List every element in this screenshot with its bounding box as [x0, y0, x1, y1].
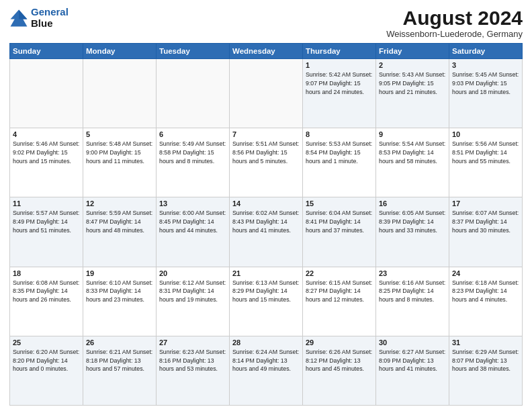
calendar-cell: 31Sunrise: 6:29 AM Sunset: 8:07 PM Dayli… [449, 336, 523, 405]
subtitle: Weissenborn-Luederode, Germany [386, 29, 523, 39]
day-info: Sunrise: 5:48 AM Sunset: 9:00 PM Dayligh… [86, 140, 153, 165]
calendar-cell: 5Sunrise: 5:48 AM Sunset: 9:00 PM Daylig… [83, 128, 157, 197]
calendar-cell: 17Sunrise: 6:07 AM Sunset: 8:37 PM Dayli… [449, 197, 523, 267]
day-info: Sunrise: 6:29 AM Sunset: 8:07 PM Dayligh… [452, 348, 519, 373]
day-number: 7 [232, 130, 300, 138]
day-info: Sunrise: 5:49 AM Sunset: 8:58 PM Dayligh… [159, 140, 226, 165]
calendar-week-5: 25Sunrise: 6:20 AM Sunset: 8:20 PM Dayli… [10, 336, 523, 405]
calendar-week-1: 1Sunrise: 5:42 AM Sunset: 9:07 PM Daylig… [10, 59, 523, 128]
day-number: 26 [86, 338, 153, 347]
calendar-table: SundayMondayTuesdayWednesdayThursdayFrid… [9, 43, 523, 406]
day-info: Sunrise: 6:21 AM Sunset: 8:18 PM Dayligh… [86, 348, 153, 373]
calendar-cell: 10Sunrise: 5:56 AM Sunset: 8:51 PM Dayli… [449, 128, 523, 197]
day-number: 30 [379, 338, 446, 347]
calendar-week-2: 4Sunrise: 5:46 AM Sunset: 9:02 PM Daylig… [10, 128, 523, 197]
calendar-cell: 1Sunrise: 5:42 AM Sunset: 9:07 PM Daylig… [303, 59, 376, 128]
calendar-cell: 16Sunrise: 6:05 AM Sunset: 8:39 PM Dayli… [376, 197, 449, 267]
day-info: Sunrise: 6:00 AM Sunset: 8:45 PM Dayligh… [159, 209, 226, 234]
day-number: 20 [159, 269, 226, 277]
calendar-cell: 29Sunrise: 6:26 AM Sunset: 8:12 PM Dayli… [303, 336, 376, 405]
calendar-cell: 28Sunrise: 6:24 AM Sunset: 8:14 PM Dayli… [230, 336, 303, 405]
calendar-cell: 13Sunrise: 6:00 AM Sunset: 8:45 PM Dayli… [157, 197, 230, 267]
day-number: 16 [379, 199, 446, 208]
calendar-header-tuesday: Tuesday [157, 44, 230, 59]
calendar-cell: 8Sunrise: 5:53 AM Sunset: 8:54 PM Daylig… [303, 128, 376, 197]
calendar-header-sunday: Sunday [10, 44, 83, 59]
day-number: 8 [306, 130, 373, 138]
calendar-cell: 19Sunrise: 6:10 AM Sunset: 8:33 PM Dayli… [83, 267, 157, 336]
day-info: Sunrise: 6:10 AM Sunset: 8:33 PM Dayligh… [86, 279, 153, 304]
calendar-cell: 12Sunrise: 5:59 AM Sunset: 8:47 PM Dayli… [83, 197, 157, 267]
day-number: 31 [452, 338, 519, 347]
calendar-cell: 25Sunrise: 6:20 AM Sunset: 8:20 PM Dayli… [10, 336, 83, 405]
day-number: 10 [452, 130, 519, 138]
day-number: 2 [379, 61, 446, 69]
day-number: 19 [86, 269, 153, 277]
calendar-cell: 7Sunrise: 5:51 AM Sunset: 8:56 PM Daylig… [230, 128, 303, 197]
calendar-header-saturday: Saturday [449, 44, 523, 59]
page: General Blue August 2024 Weissenborn-Lue… [0, 0, 532, 411]
day-info: Sunrise: 6:18 AM Sunset: 8:23 PM Dayligh… [452, 279, 519, 304]
calendar-header-row: SundayMondayTuesdayWednesdayThursdayFrid… [10, 44, 523, 59]
day-info: Sunrise: 5:53 AM Sunset: 8:54 PM Dayligh… [306, 140, 373, 165]
calendar-cell: 26Sunrise: 6:21 AM Sunset: 8:18 PM Dayli… [83, 336, 157, 405]
day-number: 14 [232, 199, 300, 208]
logo-text: General Blue [31, 7, 69, 29]
day-info: Sunrise: 6:27 AM Sunset: 8:09 PM Dayligh… [379, 348, 446, 373]
calendar-cell: 2Sunrise: 5:43 AM Sunset: 9:05 PM Daylig… [376, 59, 449, 128]
day-number: 25 [13, 338, 80, 347]
day-info: Sunrise: 5:54 AM Sunset: 8:53 PM Dayligh… [379, 140, 446, 165]
day-info: Sunrise: 5:51 AM Sunset: 8:56 PM Dayligh… [232, 140, 300, 165]
day-info: Sunrise: 6:24 AM Sunset: 8:14 PM Dayligh… [232, 348, 300, 373]
calendar-week-4: 18Sunrise: 6:08 AM Sunset: 8:35 PM Dayli… [10, 267, 523, 336]
day-info: Sunrise: 6:02 AM Sunset: 8:43 PM Dayligh… [232, 209, 300, 234]
day-number: 17 [452, 199, 519, 208]
day-info: Sunrise: 6:07 AM Sunset: 8:37 PM Dayligh… [452, 209, 519, 234]
logo: General Blue [9, 7, 69, 29]
calendar-cell: 23Sunrise: 6:16 AM Sunset: 8:25 PM Dayli… [376, 267, 449, 336]
calendar-cell: 24Sunrise: 6:18 AM Sunset: 8:23 PM Dayli… [449, 267, 523, 336]
calendar-cell: 18Sunrise: 6:08 AM Sunset: 8:35 PM Dayli… [10, 267, 83, 336]
day-info: Sunrise: 6:26 AM Sunset: 8:12 PM Dayligh… [306, 348, 373, 373]
day-number: 18 [13, 269, 80, 277]
calendar-cell [230, 59, 303, 128]
calendar-header-monday: Monday [83, 44, 157, 59]
calendar-cell: 9Sunrise: 5:54 AM Sunset: 8:53 PM Daylig… [376, 128, 449, 197]
calendar-header-thursday: Thursday [303, 44, 376, 59]
svg-marker-1 [19, 9, 27, 19]
day-info: Sunrise: 5:57 AM Sunset: 8:49 PM Dayligh… [13, 209, 80, 234]
calendar-cell [83, 59, 157, 128]
day-number: 11 [13, 199, 80, 208]
day-number: 29 [306, 338, 373, 347]
calendar-cell: 11Sunrise: 5:57 AM Sunset: 8:49 PM Dayli… [10, 197, 83, 267]
day-info: Sunrise: 5:56 AM Sunset: 8:51 PM Dayligh… [452, 140, 519, 165]
day-info: Sunrise: 6:05 AM Sunset: 8:39 PM Dayligh… [379, 209, 446, 234]
calendar-cell: 3Sunrise: 5:45 AM Sunset: 9:03 PM Daylig… [449, 59, 523, 128]
day-info: Sunrise: 6:20 AM Sunset: 8:20 PM Dayligh… [13, 348, 80, 373]
day-info: Sunrise: 6:04 AM Sunset: 8:41 PM Dayligh… [306, 209, 373, 234]
day-info: Sunrise: 6:12 AM Sunset: 8:31 PM Dayligh… [159, 279, 226, 304]
day-number: 9 [379, 130, 446, 138]
calendar-cell: 21Sunrise: 6:13 AM Sunset: 8:29 PM Dayli… [230, 267, 303, 336]
calendar-cell [157, 59, 230, 128]
header: General Blue August 2024 Weissenborn-Lue… [9, 7, 523, 39]
day-info: Sunrise: 6:16 AM Sunset: 8:25 PM Dayligh… [379, 279, 446, 304]
day-number: 6 [159, 130, 226, 138]
calendar-cell: 22Sunrise: 6:15 AM Sunset: 8:27 PM Dayli… [303, 267, 376, 336]
day-number: 22 [306, 269, 373, 277]
day-info: Sunrise: 5:45 AM Sunset: 9:03 PM Dayligh… [452, 71, 519, 96]
calendar-week-3: 11Sunrise: 5:57 AM Sunset: 8:49 PM Dayli… [10, 197, 523, 267]
day-number: 21 [232, 269, 300, 277]
day-number: 3 [452, 61, 519, 69]
title-block: August 2024 Weissenborn-Luederode, Germa… [386, 7, 523, 39]
day-info: Sunrise: 5:46 AM Sunset: 9:02 PM Dayligh… [13, 140, 80, 165]
calendar-cell: 14Sunrise: 6:02 AM Sunset: 8:43 PM Dayli… [230, 197, 303, 267]
day-number: 24 [452, 269, 519, 277]
calendar-cell: 30Sunrise: 6:27 AM Sunset: 8:09 PM Dayli… [376, 336, 449, 405]
calendar-cell: 6Sunrise: 5:49 AM Sunset: 8:58 PM Daylig… [157, 128, 230, 197]
calendar-header-wednesday: Wednesday [230, 44, 303, 59]
day-number: 13 [159, 199, 226, 208]
day-info: Sunrise: 6:23 AM Sunset: 8:16 PM Dayligh… [159, 348, 226, 373]
day-number: 28 [232, 338, 300, 347]
day-number: 27 [159, 338, 226, 347]
